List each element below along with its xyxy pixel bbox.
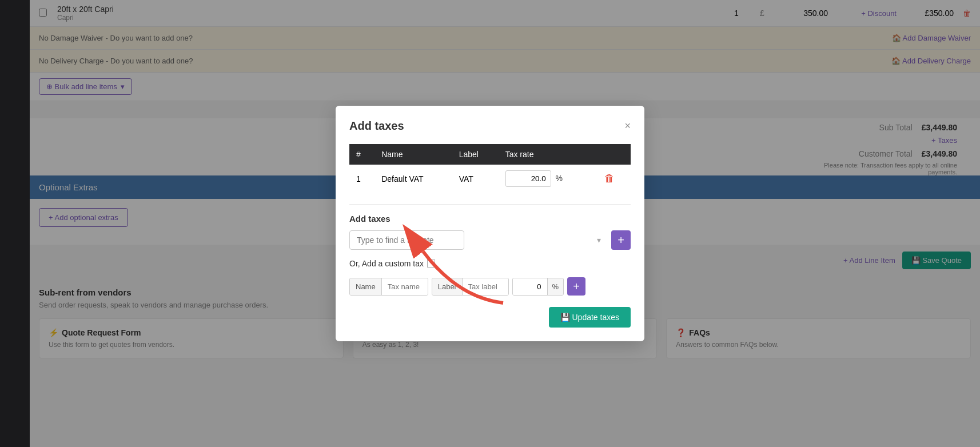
col-name: Name [375, 144, 452, 165]
custom-tax-row: Or, Add a custom tax [349, 259, 631, 268]
add-tax-search-btn[interactable]: + [611, 230, 631, 250]
custom-name-label: Name [350, 278, 382, 295]
modal-title: Add taxes [349, 119, 404, 133]
tax-label: VAT [452, 165, 499, 193]
custom-label-input[interactable] [463, 278, 508, 295]
modal-close-btn[interactable]: × [624, 120, 631, 132]
tax-num: 1 [349, 165, 375, 193]
custom-rate-pct: % [547, 278, 564, 295]
custom-tax-fields: Name Label % + [349, 277, 631, 296]
custom-label-group: Label [432, 278, 509, 296]
tax-search-row: + [349, 230, 631, 250]
modal-header: Add taxes × [349, 119, 631, 133]
update-taxes-btn[interactable]: 💾 Update taxes [549, 307, 631, 328]
custom-label-label: Label [432, 278, 463, 295]
tax-row: 1 Default VAT VAT % 🗑 [349, 165, 631, 193]
page-container: 20ft x 20ft Capri Capri 1 £ 350.00 + Dis… [0, 0, 980, 447]
custom-tax-checkbox[interactable] [427, 260, 435, 268]
custom-add-btn[interactable]: + [567, 277, 585, 296]
tax-pct-label: % [556, 174, 563, 183]
modal-footer: 💾 Update taxes [349, 307, 631, 328]
col-rate: Tax rate [499, 144, 597, 165]
delete-tax-btn[interactable]: 🗑 [604, 173, 615, 185]
tax-name: Default VAT [375, 165, 452, 193]
tax-rate-cell: % [499, 165, 597, 193]
col-label: Label [452, 144, 499, 165]
tax-search-wrapper [349, 230, 607, 250]
custom-rate-input[interactable] [513, 278, 547, 295]
custom-name-group: Name [349, 278, 428, 296]
tax-rate-input[interactable] [505, 170, 551, 187]
custom-name-input[interactable] [382, 278, 428, 295]
add-taxes-label: Add taxes [349, 214, 631, 224]
col-num: # [349, 144, 375, 165]
modal-divider [349, 204, 631, 205]
add-taxes-modal: Add taxes × # Name Label Tax rate 1 Defa… [336, 106, 644, 341]
tax-table: # Name Label Tax rate 1 Default VAT VAT … [349, 144, 631, 193]
tax-search-input[interactable] [349, 230, 464, 250]
custom-rate-group: % [512, 278, 564, 296]
